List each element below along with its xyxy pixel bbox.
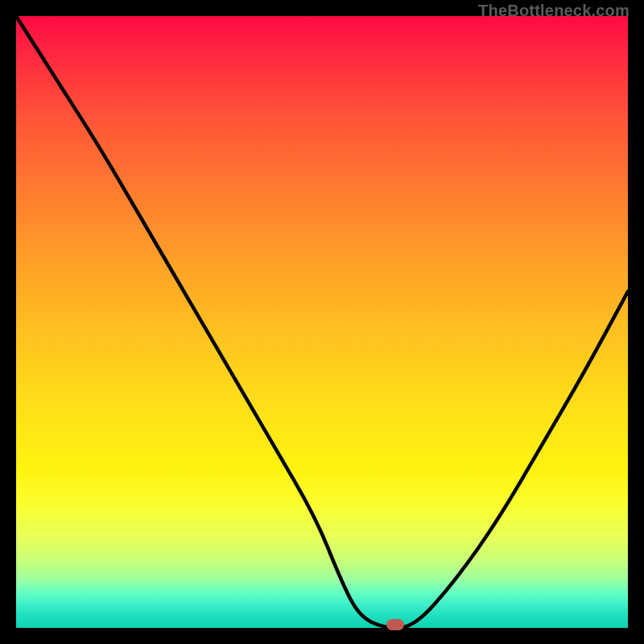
bottleneck-curve: [16, 16, 628, 628]
balance-marker: [386, 619, 404, 630]
chart-frame: TheBottleneck.com: [0, 0, 644, 644]
plot-area: [16, 16, 628, 628]
